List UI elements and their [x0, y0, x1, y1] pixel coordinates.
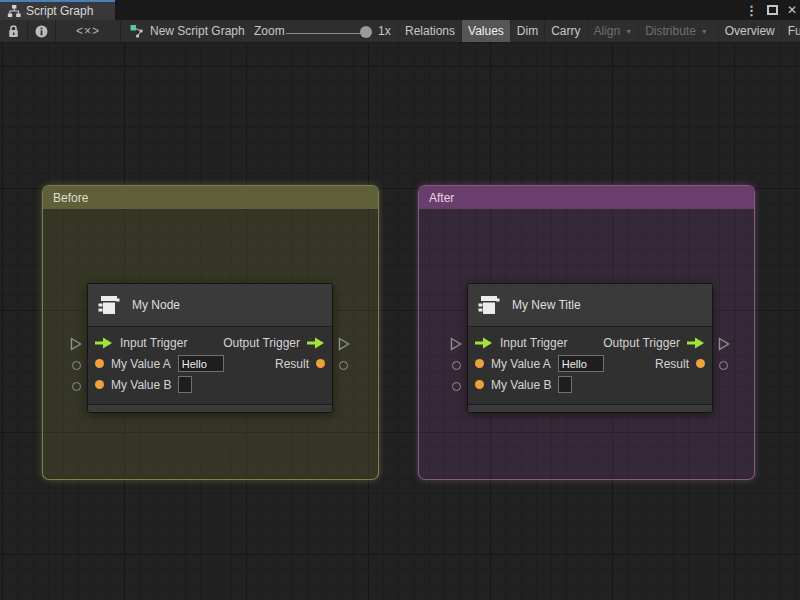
overview-button[interactable]: Overview	[718, 20, 781, 42]
tab-bar: Script Graph ⋮ ✕	[0, 0, 800, 20]
input-trigger-port-icon[interactable]	[475, 337, 493, 349]
close-icon[interactable]: ✕	[787, 4, 797, 16]
graph-name-label: New Script Graph	[150, 24, 245, 38]
external-output-trigger-port[interactable]	[718, 337, 730, 351]
value-a-row: My Value A Result	[468, 353, 712, 374]
value-a-input[interactable]	[558, 355, 604, 372]
distribute-dropdown[interactable]: Distribute ▼	[638, 20, 714, 42]
value-b-label: My Value B	[111, 378, 171, 392]
code-icon: <×>	[76, 24, 100, 38]
input-trigger-port-icon[interactable]	[95, 337, 113, 349]
fullscreen-label: Full Screen	[788, 24, 800, 38]
value-a-port-icon[interactable]	[475, 359, 484, 368]
relations-toggle[interactable]: Relations	[398, 20, 461, 42]
value-b-row: My Value B	[468, 374, 712, 395]
value-b-port-icon[interactable]	[475, 380, 484, 389]
info-icon	[35, 25, 48, 38]
graph-canvas[interactable]: Before After My Node	[0, 43, 800, 600]
group-before-title: Before	[53, 191, 88, 205]
overview-label: Overview	[725, 24, 775, 38]
result-port-icon[interactable]	[696, 359, 705, 368]
window-menu-icon[interactable]: ⋮	[745, 4, 758, 17]
external-input-trigger-port[interactable]	[70, 337, 82, 351]
align-label: Align	[594, 24, 621, 38]
node-body: Input Trigger Output Trigger My Value A	[468, 327, 712, 395]
script-graph-window: Script Graph ⋮ ✕ <×>	[0, 0, 800, 600]
value-b-input[interactable]	[558, 376, 572, 393]
value-a-row: My Value A Result	[88, 353, 332, 374]
carry-label: Carry	[551, 24, 580, 38]
external-value-a-port[interactable]	[72, 361, 81, 370]
output-trigger-port-icon[interactable]	[307, 337, 325, 349]
group-before-header[interactable]: Before	[43, 186, 378, 209]
node-body: Input Trigger Output Trigger My Value A	[88, 327, 332, 395]
edit-source-button[interactable]: <×>	[56, 20, 120, 42]
dim-label: Dim	[517, 24, 538, 38]
dim-toggle[interactable]: Dim	[510, 20, 544, 42]
tab-script-graph[interactable]: Script Graph	[0, 0, 115, 20]
window-controls: ⋮ ✕	[745, 0, 797, 20]
toolbar-separator	[120, 20, 121, 42]
node-footer	[88, 404, 332, 412]
relations-label: Relations	[405, 24, 455, 38]
input-trigger-label: Input Trigger	[120, 336, 187, 350]
toolbar-toggle-group: Relations Values Dim Carry Align ▼ Distr…	[398, 20, 800, 42]
output-trigger-label: Output Trigger	[223, 336, 300, 350]
trigger-row: Input Trigger Output Trigger	[468, 332, 712, 353]
group-after-header[interactable]: After	[419, 186, 754, 209]
value-a-input[interactable]	[178, 355, 224, 372]
external-input-trigger-port[interactable]	[450, 337, 462, 351]
chevron-down-icon: ▼	[625, 28, 632, 35]
chevron-down-icon: ▼	[701, 28, 708, 35]
node-my-node[interactable]: My Node Input Trigger Output Trigger	[87, 283, 333, 413]
node-title: My New Title	[512, 298, 581, 312]
values-toggle[interactable]: Values	[461, 20, 510, 42]
value-a-label: My Value A	[491, 357, 551, 371]
value-b-row: My Value B	[88, 374, 332, 395]
group-after-title: After	[429, 191, 454, 205]
zoom-label: Zoom	[254, 24, 285, 38]
external-value-a-port[interactable]	[452, 361, 461, 370]
value-b-input[interactable]	[178, 376, 192, 393]
node-my-node-header[interactable]: My Node	[88, 284, 332, 327]
node-footer	[468, 404, 712, 412]
external-result-port[interactable]	[339, 361, 348, 370]
graph-hierarchy-icon	[7, 4, 21, 18]
value-b-label: My Value B	[491, 378, 551, 392]
distribute-label: Distribute	[645, 24, 696, 38]
zoom-value: 1x	[378, 24, 391, 38]
external-output-trigger-port[interactable]	[338, 337, 350, 351]
info-button[interactable]	[28, 20, 55, 42]
maximize-icon[interactable]	[767, 5, 778, 15]
zoom-slider-knob[interactable]	[360, 26, 372, 38]
result-label: Result	[655, 357, 689, 371]
carry-toggle[interactable]: Carry	[544, 20, 586, 42]
result-port-icon[interactable]	[316, 359, 325, 368]
external-value-b-port[interactable]	[72, 382, 81, 391]
external-value-b-port[interactable]	[452, 382, 461, 391]
node-my-new-title[interactable]: My New Title Input Trigger Output Trigge…	[467, 283, 713, 413]
value-b-port-icon[interactable]	[95, 380, 104, 389]
unit-node-icon	[96, 292, 122, 318]
trigger-row: Input Trigger Output Trigger	[88, 332, 332, 353]
value-a-label: My Value A	[111, 357, 171, 371]
value-a-port-icon[interactable]	[95, 359, 104, 368]
graph-toolbar: <×> New Script Graph Zoom 1x Relations V…	[0, 20, 800, 43]
output-trigger-label: Output Trigger	[603, 336, 680, 350]
align-dropdown[interactable]: Align ▼	[587, 20, 639, 42]
zoom-slider-track[interactable]	[286, 33, 372, 34]
graph-breadcrumb[interactable]: New Script Graph	[130, 20, 245, 42]
result-label: Result	[275, 357, 309, 371]
fullscreen-button[interactable]: Full Screen	[781, 20, 800, 42]
node-my-new-title-header[interactable]: My New Title	[468, 284, 712, 327]
unit-node-icon	[476, 292, 502, 318]
node-title: My Node	[132, 298, 180, 312]
values-label: Values	[468, 24, 504, 38]
lock-icon	[8, 25, 19, 38]
output-trigger-port-icon[interactable]	[687, 337, 705, 349]
tab-title: Script Graph	[26, 4, 93, 18]
lock-button[interactable]	[0, 20, 27, 42]
script-graph-icon	[130, 24, 144, 38]
input-trigger-label: Input Trigger	[500, 336, 567, 350]
external-result-port[interactable]	[719, 361, 728, 370]
